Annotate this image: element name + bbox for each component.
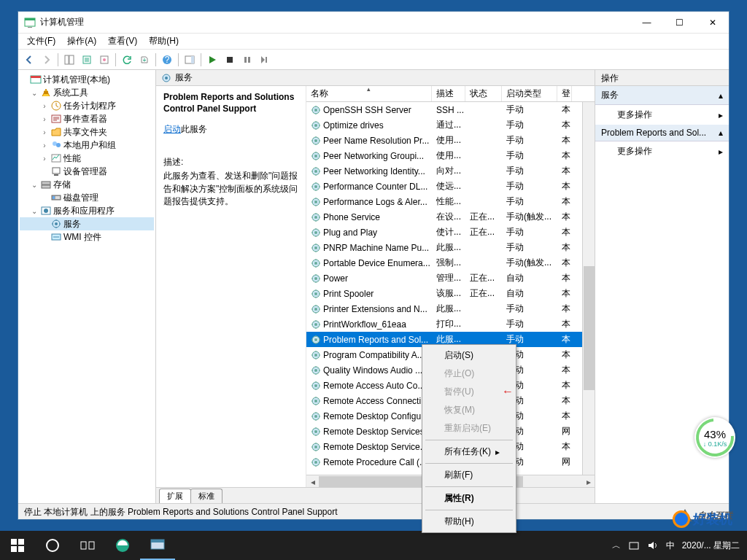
service-row[interactable]: Portable Device Enumera...强制...手动(触发...本 — [306, 255, 595, 271]
service-row[interactable]: Peer Name Resolution Pr...使用...手动本 — [306, 133, 595, 148]
svg-point-39 — [314, 109, 317, 112]
svg-point-7 — [103, 58, 106, 61]
tab-extended[interactable]: 扩展 — [159, 489, 191, 503]
col-state[interactable]: 状态 — [465, 86, 502, 101]
menu-action[interactable]: 操作(A) — [61, 34, 102, 49]
app-icon — [24, 17, 36, 28]
svg-rect-11 — [191, 56, 194, 63]
menu-view[interactable]: 查看(V) — [102, 34, 143, 49]
task-view-button[interactable] — [70, 531, 105, 560]
start-service-link[interactable]: 启动 — [163, 124, 181, 134]
svg-rect-25 — [54, 174, 58, 176]
annotation-arrow: ← — [502, 385, 514, 398]
show-hide-tree-button[interactable] — [61, 52, 77, 68]
start-service-button[interactable] — [204, 52, 220, 68]
refresh-button[interactable] — [119, 52, 135, 68]
stop-service-button[interactable] — [222, 52, 238, 68]
col-login[interactable]: 登 — [557, 86, 572, 101]
tray-network-icon[interactable] — [628, 540, 640, 551]
svg-rect-14 — [248, 57, 250, 63]
col-desc[interactable]: 描述 — [432, 86, 465, 101]
system-tray[interactable]: ︿ 中 2020/... 星期二 — [612, 540, 747, 552]
svg-point-47 — [314, 170, 317, 173]
ctx-help[interactable]: 帮助(H) — [424, 513, 514, 531]
service-row[interactable]: OpenSSH SSH ServerSSH ...手动本 — [306, 102, 595, 117]
service-row[interactable]: Power管理...正在...自动本 — [306, 271, 595, 286]
tree-system-tools[interactable]: ⌄系统工具 — [20, 86, 154, 99]
ctx-refresh[interactable]: 刷新(F) — [424, 466, 514, 484]
tree-wmi[interactable]: WMI 控件 — [20, 230, 154, 244]
tray-volume-icon[interactable] — [647, 540, 659, 551]
taskbar-mmc[interactable] — [140, 531, 175, 560]
action-group-services[interactable]: 服务▴ — [595, 86, 729, 105]
tree-task-scheduler[interactable]: ›任务计划程序 — [20, 99, 154, 112]
export-list-button[interactable] — [79, 52, 95, 68]
service-row[interactable]: PNRP Machine Name Pu...此服...手动本 — [306, 240, 595, 255]
tree-services[interactable]: 服务 — [20, 217, 154, 230]
ctx-properties[interactable]: 属性(R) — [424, 489, 514, 508]
service-row[interactable]: Peer Networking Identity...向对...手动本 — [306, 163, 595, 179]
action-more-1[interactable]: 更多操作▸ — [595, 105, 729, 125]
start-button[interactable] — [0, 531, 35, 560]
cortana-button[interactable] — [35, 531, 70, 560]
chevron-right-icon: ▸ — [719, 110, 723, 120]
menu-help[interactable]: 帮助(H) — [143, 34, 185, 49]
menu-file[interactable]: 文件(F) — [21, 34, 61, 49]
speed-widget[interactable]: 43% ↓ 0.1K/s — [694, 417, 735, 458]
service-row[interactable]: Performance Logs & Aler...性能...手动本 — [306, 194, 595, 209]
action-more-2[interactable]: 更多操作▸ — [595, 141, 729, 161]
service-row[interactable]: Performance Counter DL...使远...手动本 — [306, 179, 595, 194]
service-row[interactable]: Optimize drives通过...手动本 — [306, 117, 595, 133]
svg-rect-92 — [89, 542, 94, 549]
taskbar[interactable]: ︿ 中 2020/... 星期二 — [0, 531, 747, 560]
tray-datetime[interactable]: 2020/... 星期二 — [682, 540, 740, 552]
action-group-selected[interactable]: Problem Reports and Sol...▴ — [595, 125, 729, 141]
tab-standard[interactable]: 标准 — [190, 489, 222, 503]
service-row[interactable]: Printer Extensions and N...此服...手动本 — [306, 301, 595, 316]
tree-pane[interactable]: 计算机管理(本地) ⌄系统工具 ›任务计划程序 ›事件查看器 ›共享文件夹 ›本… — [18, 70, 156, 503]
ctx-all-tasks[interactable]: 所有任务(K)▸ — [424, 443, 514, 461]
tree-root[interactable]: 计算机管理(本地) — [20, 73, 154, 86]
tree-local-users[interactable]: ›本地用户和组 — [20, 139, 154, 152]
service-row[interactable]: PrintWorkflow_61eaa打印...手动本 — [306, 316, 595, 332]
svg-point-73 — [314, 369, 317, 372]
svg-rect-18 — [44, 91, 48, 94]
svg-rect-24 — [53, 168, 60, 174]
tray-chevron-icon[interactable]: ︿ — [612, 540, 621, 552]
help-button[interactable]: ? — [159, 52, 175, 68]
service-row[interactable]: Plug and Play使计...正在...手动本 — [306, 225, 595, 240]
nav-forward-button[interactable] — [39, 52, 55, 68]
service-row[interactable]: Print Spooler该服...正在...自动本 — [306, 286, 595, 301]
service-row[interactable]: Phone Service在设...正在...手动(触发...本 — [306, 209, 595, 225]
service-row[interactable]: Peer Networking Groupi...使用...手动本 — [306, 148, 595, 163]
restart-service-button[interactable] — [257, 52, 273, 68]
tree-device-manager[interactable]: 设备管理器 — [20, 165, 154, 178]
properties-button[interactable] — [96, 52, 112, 68]
vertical-scrollbar[interactable] — [582, 102, 595, 475]
col-start[interactable]: 启动类型 — [502, 86, 557, 101]
pause-service-button[interactable] — [239, 52, 255, 68]
tree-storage[interactable]: ⌄存储 — [20, 178, 154, 191]
tree-performance[interactable]: ›性能 — [20, 152, 154, 165]
tree-disk-management[interactable]: 磁盘管理 — [20, 191, 154, 204]
nav-back-button[interactable] — [21, 52, 37, 68]
titlebar: 计算机管理 — ☐ ✕ — [18, 12, 729, 34]
svg-point-32 — [44, 209, 48, 213]
tree-services-apps[interactable]: ⌄服务和应用程序 — [20, 204, 154, 217]
svg-rect-15 — [266, 57, 267, 63]
tree-event-viewer[interactable]: ›事件查看器 — [20, 112, 154, 125]
col-name[interactable]: ▴名称 — [306, 86, 432, 101]
ctx-resume: 恢复(M) — [424, 401, 514, 419]
ctx-start[interactable]: 启动(S) — [424, 346, 514, 365]
svg-point-81 — [314, 430, 317, 433]
maximize-button[interactable]: ☐ — [663, 12, 696, 34]
tray-ime[interactable]: 中 — [666, 540, 675, 552]
minimize-button[interactable]: — — [630, 12, 663, 34]
close-button[interactable]: ✕ — [696, 12, 729, 34]
export-button[interactable] — [136, 52, 152, 68]
tree-shared-folders[interactable]: ›共享文件夹 — [20, 125, 154, 139]
action-pane-toggle-button[interactable] — [182, 52, 198, 68]
svg-point-37 — [165, 77, 168, 79]
taskbar-edge[interactable] — [105, 531, 140, 560]
svg-point-77 — [314, 400, 317, 402]
